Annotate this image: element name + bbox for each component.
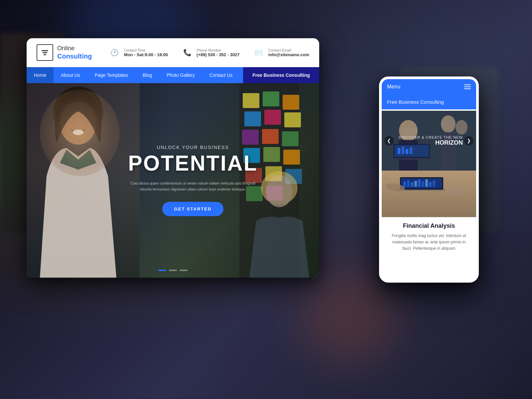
phone-label: Phone Number [197,48,240,52]
contact-time-text: Contact Time Mon - Sat:9.00 - 18.00 [124,48,168,57]
clock-icon: 🕐 [109,47,121,59]
logo-name-part2: Consulting [57,52,92,60]
logo-name-part1: Online [57,45,92,52]
hamburger-line-2 [464,86,471,87]
svg-rect-39 [382,171,476,217]
card-title: Financial Analysis [387,222,471,229]
email-text: Contact Email info@sitename.com [268,48,309,57]
header-info: 🕐 Contact Time Mon - Sat:9.00 - 18.00 📞 … [109,47,309,59]
hero-section: UNLOCK YOUR BUSINESS POTENTIAL Cras dict… [27,83,319,278]
svg-rect-47 [418,180,421,187]
mobile-card-image [382,171,476,217]
mobile-slider-text: DISCOVER & CREATE THE NEW HORIZON [399,135,463,146]
svg-rect-42 [401,178,442,189]
hero-slider-dots [158,270,188,271]
mobile-card: Financial Analysis Fringilla mollis mag … [382,171,476,255]
contact-time-label: Contact Time [124,48,168,52]
logo-icon [37,44,53,61]
slider-prev-button[interactable]: ❮ [384,136,394,145]
svg-rect-41 [400,177,443,190]
svg-rect-40 [398,189,445,191]
phone-text: Phone Number (+89) 530 - 352 - 3027 [197,48,240,57]
hamburger-line-1 [464,84,471,85]
svg-rect-4 [243,93,259,108]
logo-text: Online Consulting [57,45,92,60]
svg-rect-51 [433,181,435,187]
hero-dot-2[interactable] [169,270,177,271]
svg-rect-15 [283,150,300,165]
nav-item-home[interactable]: Home [27,67,54,83]
nav-item-about[interactable]: About Us [54,67,87,83]
slider-discover-text: DISCOVER & CREATE THE NEW [399,135,463,139]
contact-time-item: 🕐 Contact Time Mon - Sat:9.00 - 18.00 [109,47,168,59]
hero-description: Cras dictus quam condimentum ut venen ru… [126,181,259,192]
hero-dot-3[interactable] [180,270,188,271]
email-item: ✉️ Contact Email info@sitename.com [253,47,309,59]
svg-rect-34 [402,147,404,154]
wifi-bar-large [42,50,48,51]
logo-area: Online Consulting [37,44,92,61]
svg-rect-12 [282,131,299,146]
svg-rect-36 [410,147,412,154]
svg-rect-8 [264,110,281,125]
svg-point-1 [60,101,96,145]
hero-cta-button[interactable]: GET STARTED [162,202,224,216]
chevron-left-icon: ❮ [387,138,391,143]
svg-point-52 [443,185,467,199]
slider-next-button[interactable]: ❯ [464,136,473,145]
mobile-menu-label: Menu [387,84,400,90]
desktop-mockup: Online Consulting 🕐 Contact Time Mon - S… [27,38,319,278]
svg-rect-48 [422,181,424,187]
card-description: Fringilla mollis mag luctus vel. Interdu… [387,233,471,252]
svg-rect-50 [429,182,432,187]
svg-rect-49 [425,179,428,187]
svg-point-2 [73,130,83,135]
nav-item-templates[interactable]: Page Templates [87,67,135,83]
hamburger-line-3 [464,88,471,89]
phone-value: (+89) 530 - 352 - 3027 [197,52,240,57]
svg-point-53 [385,182,406,193]
hero-dot-1[interactable] [158,270,166,271]
mobile-card-body: Financial Analysis Fringilla mollis mag … [382,217,476,255]
svg-rect-5 [263,91,279,106]
hero-woman-figure [27,83,140,278]
svg-rect-54 [447,187,451,190]
slider-horizon-text: HORIZON [399,139,463,146]
hero-title: POTENTIAL [126,153,259,174]
svg-rect-55 [451,186,455,189]
email-icon: ✉️ [253,47,265,59]
nav-cta-button[interactable]: Free Business Consulting [243,67,319,83]
wifi-bar-medium [43,52,47,53]
svg-rect-33 [398,148,400,154]
nav-item-gallery[interactable]: Photo Gallery [159,67,202,83]
phone-item: 📞 Phone Number (+89) 530 - 352 - 3027 [181,47,240,59]
svg-rect-7 [244,111,261,126]
chevron-right-icon: ❯ [467,138,471,143]
svg-point-37 [456,120,467,135]
svg-rect-38 [382,171,476,217]
site-nav: Home About Us Page Templates Blog Photo … [27,67,319,83]
svg-rect-43 [403,182,406,187]
svg-point-0 [53,86,103,140]
woman-svg [27,83,140,278]
card-image-svg [382,171,476,217]
svg-rect-11 [262,129,279,144]
hero-content: UNLOCK YOUR BUSINESS POTENTIAL Cras dict… [126,145,259,216]
svg-rect-6 [283,95,299,110]
nav-item-blog[interactable]: Blog [135,67,159,83]
contact-time-value: Mon - Sat:9.00 - 18.00 [124,52,168,57]
svg-rect-10 [242,130,259,145]
svg-point-28 [441,115,456,133]
mobile-cta-bar[interactable]: Free Business Consulting [382,94,476,109]
mobile-mockup: Menu Free Business Consulting [379,76,479,283]
svg-rect-46 [414,181,417,187]
mobile-nav-bar: Menu [382,79,476,94]
mobile-slider: DISCOVER & CREATE THE NEW HORIZON ❮ ❯ [382,111,476,171]
wifi-bar-small [44,54,46,55]
svg-point-22 [266,175,293,207]
svg-rect-44 [407,180,410,187]
svg-rect-9 [284,112,301,127]
svg-rect-35 [406,149,408,154]
hamburger-icon[interactable] [464,84,471,89]
nav-item-contact[interactable]: Contact Us [202,67,240,83]
